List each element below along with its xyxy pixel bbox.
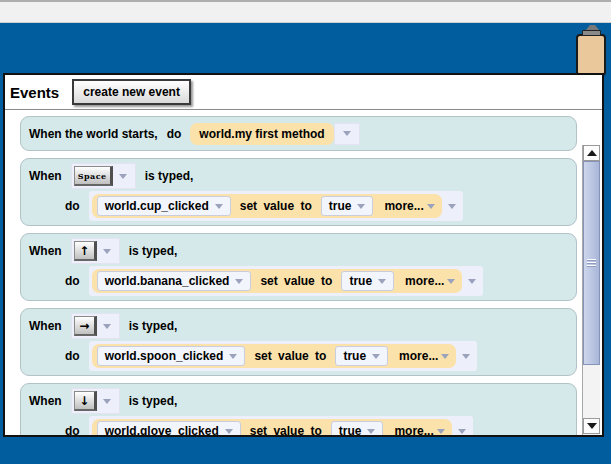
do-label: do [65, 274, 80, 288]
more-dropdown[interactable]: more... [397, 349, 451, 363]
statement-chevron-icon[interactable] [464, 271, 480, 291]
chevron-down-icon [367, 429, 375, 434]
set-value-to-label: set value to [250, 424, 322, 435]
when-label: When [29, 319, 62, 333]
set-value-to-label: set value to [240, 199, 312, 213]
set-value-statement[interactable]: world.banana_clicked set value to true m… [92, 269, 463, 293]
target-dropdown[interactable]: world.glove_clicked [97, 421, 241, 435]
chevron-down-icon [441, 354, 449, 359]
more-dropdown[interactable]: more... [403, 274, 457, 288]
chevron-down-icon [372, 354, 380, 359]
chevron-down-icon [357, 204, 365, 209]
key-dropdown[interactable]: Space [71, 163, 136, 189]
scrollbar-grip [587, 259, 596, 268]
statement-chevron-icon[interactable] [458, 346, 474, 366]
chevron-down-icon[interactable] [97, 317, 117, 336]
key-dropdown[interactable]: ↓ [71, 388, 120, 414]
window-title-strip [0, 2, 611, 23]
do-label: do [65, 424, 80, 435]
set-value-statement[interactable]: world.glove_clicked set value to true mo… [92, 419, 452, 435]
event-row-world-start[interactable]: When the world starts, do world.my first… [20, 116, 577, 151]
chevron-down-icon [229, 354, 237, 359]
do-label: do [167, 127, 182, 141]
method-dropdown[interactable]: world.my first method [190, 123, 359, 145]
target-dropdown[interactable]: world.spoon_clicked [97, 346, 246, 366]
chevron-down-icon [378, 279, 386, 284]
when-world-starts-label: When the world starts, [29, 127, 158, 141]
clipboard-body [576, 34, 606, 76]
when-label: When [29, 169, 62, 183]
chevron-down-icon [427, 204, 435, 209]
statement-slot: world.banana_clicked set value to true m… [89, 266, 484, 296]
value-dropdown[interactable]: true [341, 271, 394, 291]
set-value-to-label: set value to [260, 274, 332, 288]
value-dropdown[interactable]: true [335, 346, 388, 366]
more-dropdown[interactable]: more... [392, 424, 446, 435]
event-row-space[interactable]: When Space is typed, do world.cup_clicke… [20, 158, 577, 226]
scrollbar-thumb[interactable] [583, 161, 600, 365]
right-arrow-keycap[interactable]: → [74, 316, 97, 336]
chevron-down-icon [215, 204, 223, 209]
statement-chevron-icon[interactable] [454, 421, 470, 435]
is-typed-label: is typed, [145, 169, 194, 183]
events-panel: Events create new event When the world s… [3, 73, 604, 437]
do-label: do [65, 199, 80, 213]
events-list: When the world starts, do world.my first… [5, 110, 602, 435]
space-keycap[interactable]: Space [74, 166, 113, 186]
chevron-down-icon [235, 279, 243, 284]
vertical-scrollbar[interactable] [582, 145, 600, 435]
set-value-statement[interactable]: world.spoon_clicked set value to true mo… [92, 344, 457, 368]
statement-slot: world.cup_clicked set value to true more… [89, 191, 463, 221]
key-dropdown[interactable]: → [71, 313, 120, 339]
event-row-up-arrow[interactable]: When ↑ is typed, do world.banana_clicked… [20, 233, 577, 301]
is-typed-label: is typed, [129, 394, 178, 408]
chevron-down-icon [225, 429, 233, 434]
is-typed-label: is typed, [129, 319, 178, 333]
set-value-statement[interactable]: world.cup_clicked set value to true more… [92, 194, 442, 218]
chevron-down-icon[interactable] [334, 123, 360, 145]
target-dropdown[interactable]: world.banana_clicked [97, 271, 252, 291]
do-label: do [65, 349, 80, 363]
event-row-right-arrow[interactable]: When → is typed, do world.spoon_clicked … [20, 308, 577, 376]
clipboard-clip [582, 30, 601, 36]
chevron-down-icon[interactable] [97, 242, 117, 261]
chevron-down-icon [447, 279, 455, 284]
up-arrow-keycap[interactable]: ↑ [74, 241, 97, 261]
statement-slot: world.spoon_clicked set value to true mo… [89, 341, 478, 371]
chevron-down-icon[interactable] [97, 392, 117, 411]
is-typed-label: is typed, [129, 244, 178, 258]
clipboard-icon[interactable] [576, 25, 608, 78]
event-row-down-arrow[interactable]: When ↓ is typed, do world.glove_clicked … [20, 383, 577, 435]
method-name: world.my first method [190, 123, 333, 145]
when-label: When [29, 244, 62, 258]
key-dropdown[interactable]: ↑ [71, 238, 120, 264]
statement-chevron-icon[interactable] [444, 196, 460, 216]
down-arrow-keycap[interactable]: ↓ [74, 391, 97, 411]
set-value-to-label: set value to [254, 349, 326, 363]
chevron-down-icon [437, 429, 445, 434]
triangle-down-icon [587, 423, 597, 429]
statement-slot: world.glove_clicked set value to true mo… [89, 416, 473, 435]
scroll-up-button[interactable] [583, 145, 600, 161]
when-label: When [29, 394, 62, 408]
create-new-event-button[interactable]: create new event [72, 79, 191, 105]
scroll-down-button[interactable] [583, 418, 600, 434]
value-dropdown[interactable]: true [331, 421, 384, 435]
events-panel-header: Events create new event [5, 75, 602, 109]
chevron-down-icon[interactable] [113, 167, 133, 186]
target-dropdown[interactable]: world.cup_clicked [97, 196, 231, 216]
value-dropdown[interactable]: true [321, 196, 374, 216]
more-dropdown[interactable]: more... [382, 199, 436, 213]
events-scrollpane: When the world starts, do world.my first… [5, 109, 602, 435]
page-title: Events [10, 84, 59, 101]
triangle-up-icon [587, 150, 597, 156]
